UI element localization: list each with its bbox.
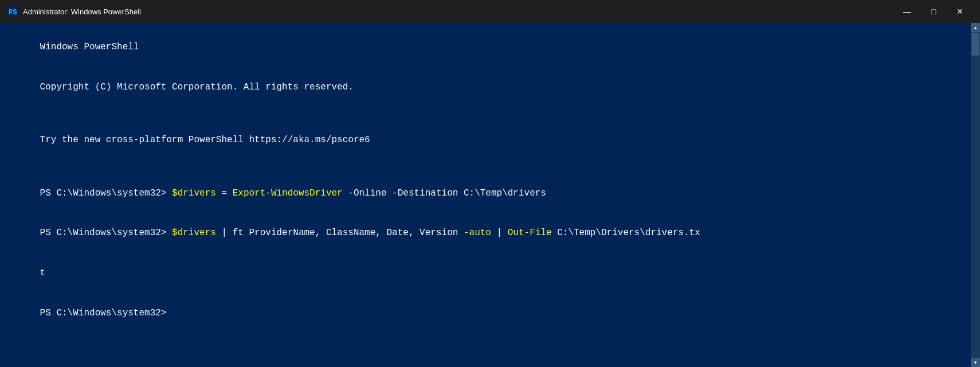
cmd2-path: C:\Temp\Drivers\drivers.tx: [552, 228, 700, 238]
scroll-up-button[interactable]: ▲: [971, 23, 980, 32]
cmd1-eq: =: [216, 188, 233, 198]
cmd1-var: $drivers: [172, 188, 216, 198]
close-button[interactable]: ✕: [947, 0, 973, 23]
terminal-line: Try the new cross-platform PowerShell ht…: [7, 120, 973, 161]
window-controls: — □ ✕: [894, 0, 973, 23]
cmd1-params: -Online -Destination C:\Temp\drivers: [343, 188, 546, 198]
terminal-prompt-line: PS C:\Windows\system32>: [7, 293, 973, 333]
prompt-1: PS C:\Windows\system32>: [40, 188, 172, 198]
terminal-line: Windows PowerShell: [7, 28, 973, 68]
terminal-line-empty: [7, 161, 973, 174]
window-title: Administrator: Windows PowerShell: [23, 7, 894, 16]
title-bar: PS Administrator: Windows PowerShell — □…: [0, 0, 980, 23]
terminal-continuation: t: [7, 253, 973, 294]
cmd2-pipe2: |: [491, 228, 508, 238]
maximize-button[interactable]: □: [920, 0, 947, 23]
terminal-command-2: PS C:\Windows\system32> $drivers | ft Pr…: [7, 213, 973, 253]
powershell-icon: PS: [7, 6, 18, 17]
scroll-down-button[interactable]: ▼: [971, 358, 980, 367]
terminal-line: Copyright (C) Microsoft Corporation. All…: [7, 68, 973, 108]
cmd2-param: -auto: [464, 228, 491, 238]
terminal-line-empty: [7, 107, 973, 120]
scrollbar-track[interactable]: [971, 32, 980, 358]
powershell-window: PS Administrator: Windows PowerShell — □…: [0, 0, 980, 367]
cmd2-var: $drivers: [172, 228, 216, 238]
prompt-2: PS C:\Windows\system32>: [40, 228, 172, 238]
minimize-button[interactable]: —: [894, 0, 920, 23]
scrollbar[interactable]: ▲ ▼: [971, 23, 980, 367]
cmd1-cmdlet: Export-WindowsDriver: [233, 188, 343, 198]
terminal-command-1: PS C:\Windows\system32> $drivers = Expor…: [7, 174, 973, 214]
cmd2-cmdlet2: Out-File: [508, 228, 552, 238]
scrollbar-thumb[interactable]: [971, 33, 979, 56]
svg-text:PS: PS: [9, 9, 17, 17]
terminal-body[interactable]: Windows PowerShell Copyright (C) Microso…: [0, 23, 980, 367]
cmd2-pipe: | ft ProviderName, ClassName, Date, Vers…: [216, 228, 464, 238]
